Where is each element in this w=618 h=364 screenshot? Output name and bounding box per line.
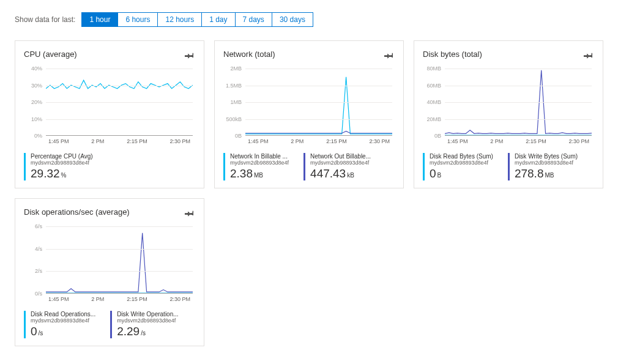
y-axis-labels: 6/s4/s2/s0/s xyxy=(24,226,45,294)
x-tick-label: 2:30 PM xyxy=(169,296,190,302)
grid-line xyxy=(46,249,193,250)
y-tick-label: 2MB xyxy=(230,65,242,72)
y-tick-label: 10% xyxy=(31,116,42,122)
legend-label: Disk Write Bytes (Sum) xyxy=(515,153,578,160)
y-tick-label: 60MB xyxy=(426,83,441,89)
card-header: Network (total) xyxy=(223,50,395,62)
x-tick-label: 1:45 PM xyxy=(48,296,69,302)
card-header: Disk operations/sec (average) xyxy=(24,207,195,220)
x-tick-label: 2 PM xyxy=(291,138,303,144)
y-tick-label: 30% xyxy=(31,83,42,89)
chart-area: 6/s4/s2/s0/s1:45 PM2 PM2:15 PM2:30 PM xyxy=(24,226,195,306)
legend-value: 0B xyxy=(430,167,493,180)
y-tick-label: 6/s xyxy=(35,223,42,229)
x-axis-labels: 1:45 PM2 PM2:15 PM2:30 PM xyxy=(46,138,193,144)
y-tick-label: 20% xyxy=(31,99,42,105)
legend-row: Disk Read Operations...mydsvm2db98893d8e… xyxy=(24,311,195,338)
card-title: CPU (average) xyxy=(24,50,77,59)
legend-resource: mydsvm2db98893d8e4f xyxy=(117,318,178,324)
x-tick-label: 2:15 PM xyxy=(326,138,347,144)
y-tick-label: 4/s xyxy=(35,246,42,252)
grid-line xyxy=(46,119,193,120)
legend-resource: mydsvm2db98893d8e4f xyxy=(31,318,95,324)
x-tick-label: 2:15 PM xyxy=(127,296,147,302)
legend-label: Network In Billable ... xyxy=(230,153,289,160)
card-header: Disk bytes (total) xyxy=(423,50,594,62)
legend-item: Disk Read Bytes (Sum)mydsvm2db98893d8e4f… xyxy=(423,153,493,180)
metric-card-diskops: Disk operations/sec (average)6/s4/s2/s0/… xyxy=(15,198,204,346)
time-range-label: Show data for last: xyxy=(15,15,75,24)
legend-resource: mydsvm2db98893d8e4f xyxy=(31,160,93,166)
card-title: Disk bytes (total) xyxy=(423,50,482,59)
x-tick-label: 2:15 PM xyxy=(127,138,147,144)
legend-item: Percentage CPU (Avg)mydsvm2db98893d8e4f2… xyxy=(24,153,93,180)
plot-area xyxy=(46,69,193,136)
time-range-1-hour[interactable]: 1 hour xyxy=(82,13,118,26)
legend-value: 447.43kB xyxy=(310,167,371,180)
grid-line xyxy=(245,69,392,69)
x-tick-label: 2 PM xyxy=(91,138,104,144)
x-tick-label: 1:45 PM xyxy=(48,138,69,144)
grid-line xyxy=(46,86,193,86)
y-tick-label: 40% xyxy=(31,65,42,72)
grid-line xyxy=(46,69,193,69)
plot-area xyxy=(245,69,392,136)
legend-resource: mydsvm2db98893d8e4f xyxy=(430,160,493,166)
time-range-1-day[interactable]: 1 day xyxy=(202,13,235,26)
legend-item: Network In Billable ...mydsvm2db98893d8e… xyxy=(223,153,289,180)
legend-value: 278.8MB xyxy=(515,167,578,180)
y-tick-label: 0B xyxy=(235,133,242,139)
metric-card-cpu: CPU (average)40%30%20%10%0%1:45 PM2 PM2:… xyxy=(15,40,204,188)
grid-line xyxy=(245,86,392,86)
legend-label: Disk Write Operation... xyxy=(117,311,178,318)
legend-item: Network Out Billable...mydsvm2db98893d8e… xyxy=(303,153,371,180)
pin-icon[interactable] xyxy=(384,50,395,62)
y-tick-label: 1.5MB xyxy=(226,83,242,89)
legend-item: Disk Write Operation...mydsvm2db98893d8e… xyxy=(110,311,178,338)
time-range-12-hours[interactable]: 12 hours xyxy=(158,13,202,26)
legend-item: Disk Write Bytes (Sum)mydsvm2db98893d8e4… xyxy=(508,153,578,180)
y-tick-label: 2/s xyxy=(35,268,42,274)
x-tick-label: 2 PM xyxy=(91,296,104,302)
chart-area: 40%30%20%10%0%1:45 PM2 PM2:15 PM2:30 PM xyxy=(24,69,195,148)
grid-line xyxy=(46,271,193,272)
y-tick-label: 0B xyxy=(434,133,441,139)
legend-row: Network In Billable ...mydsvm2db98893d8e… xyxy=(223,153,395,180)
time-range-30-days[interactable]: 30 days xyxy=(272,13,313,26)
grid-line xyxy=(445,102,592,103)
pin-icon[interactable] xyxy=(184,207,195,220)
y-tick-label: 0/s xyxy=(35,291,42,297)
time-range-selector: Show data for last: 1 hour6 hours12 hour… xyxy=(15,12,603,27)
pin-icon[interactable] xyxy=(184,50,195,62)
legend-value: 0/s xyxy=(31,325,95,338)
y-axis-labels: 80MB60MB40MB20MB0B xyxy=(423,69,444,136)
time-range-6-hours[interactable]: 6 hours xyxy=(118,13,158,26)
y-tick-label: 40MB xyxy=(426,99,441,105)
x-tick-label: 2 PM xyxy=(490,138,503,144)
x-axis-labels: 1:45 PM2 PM2:15 PM2:30 PM xyxy=(46,296,193,302)
y-tick-label: 0% xyxy=(34,133,42,139)
legend-value: 2.29/s xyxy=(117,325,178,338)
legend-value: 29.32% xyxy=(31,167,93,180)
x-tick-label: 1:45 PM xyxy=(248,138,269,144)
legend-label: Percentage CPU (Avg) xyxy=(31,153,93,160)
x-tick-label: 1:45 PM xyxy=(447,138,468,144)
grid-line xyxy=(445,69,592,69)
time-range-buttons: 1 hour6 hours12 hours1 day7 days30 days xyxy=(81,12,313,27)
y-axis-labels: 40%30%20%10%0% xyxy=(24,69,45,136)
pin-icon[interactable] xyxy=(583,50,594,62)
time-range-7-days[interactable]: 7 days xyxy=(236,13,272,26)
series-line xyxy=(245,131,392,133)
chart-svg xyxy=(46,226,193,293)
grid-line xyxy=(46,226,193,227)
series-line xyxy=(46,233,193,292)
legend-value: 2.38MB xyxy=(230,167,289,180)
grid-line xyxy=(245,119,392,120)
grid-line xyxy=(245,102,392,103)
y-tick-label: 80MB xyxy=(426,65,441,72)
legend-label: Disk Read Bytes (Sum) xyxy=(430,153,493,160)
x-tick-label: 2:30 PM xyxy=(568,138,589,144)
plot-area xyxy=(445,69,592,136)
metric-card-diskbytes: Disk bytes (total)80MB60MB40MB20MB0B1:45… xyxy=(414,40,603,188)
y-tick-label: 20MB xyxy=(426,116,441,122)
